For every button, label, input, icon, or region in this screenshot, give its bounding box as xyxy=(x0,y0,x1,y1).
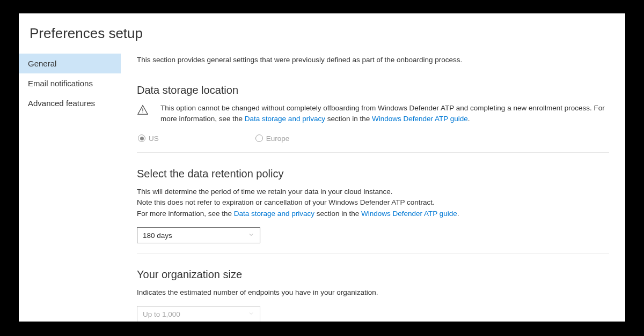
sidebar-item-general[interactable]: General xyxy=(19,54,121,73)
radio-option-us: US xyxy=(138,135,159,143)
chevron-down-icon xyxy=(248,310,254,318)
radio-option-europe: Europe xyxy=(255,135,290,143)
link-defender-atp-guide-2[interactable]: Windows Defender ATP guide xyxy=(361,210,457,218)
link-defender-atp-guide[interactable]: Windows Defender ATP guide xyxy=(372,115,468,123)
retention-line3-mid: section in the xyxy=(314,210,361,218)
sidebar: General Email notifications Advanced fea… xyxy=(19,54,121,322)
content-area: General Email notifications Advanced fea… xyxy=(19,54,625,322)
radio-europe xyxy=(255,135,263,142)
storage-radio-group: US Europe xyxy=(138,135,609,143)
warning-icon xyxy=(137,103,149,125)
retention-line2: Note this does not refer to expiration o… xyxy=(137,198,435,206)
divider xyxy=(137,152,609,153)
main-panel: This section provides general settings t… xyxy=(121,54,625,322)
retention-line3-pre: For more information, see the xyxy=(137,210,234,218)
retention-body: This will determine the period of time w… xyxy=(137,186,609,220)
radio-us-label: US xyxy=(149,135,159,143)
link-data-storage-privacy-2[interactable]: Data storage and privacy xyxy=(234,210,314,218)
storage-warning-post: . xyxy=(468,115,470,123)
sidebar-item-email-notifications[interactable]: Email notifications xyxy=(19,73,121,93)
retention-line3-post: . xyxy=(457,210,459,218)
link-data-storage-privacy[interactable]: Data storage and privacy xyxy=(245,115,325,123)
orgsize-heading: Your organization size xyxy=(137,268,609,281)
preferences-window: Preferences setup General Email notifica… xyxy=(19,13,625,322)
orgsize-select-value: Up to 1,000 xyxy=(143,310,180,318)
retention-heading: Select the data retention policy xyxy=(137,168,609,180)
retention-line1: This will determine the period of time w… xyxy=(137,188,393,196)
orgsize-select: Up to 1,000 xyxy=(137,306,260,322)
retention-select[interactable]: 180 days xyxy=(137,227,260,243)
divider-2 xyxy=(137,253,609,253)
retention-select-value: 180 days xyxy=(143,232,172,240)
intro-text: This section provides general settings t… xyxy=(137,56,609,64)
radio-us xyxy=(138,135,145,142)
chevron-down-icon xyxy=(248,232,254,240)
storage-warning-mid: section in the xyxy=(325,115,372,123)
page-title: Preferences setup xyxy=(19,13,625,54)
storage-warning-text: This option cannot be changed without co… xyxy=(160,103,609,125)
sidebar-item-advanced-features[interactable]: Advanced features xyxy=(19,93,121,113)
radio-europe-label: Europe xyxy=(266,135,290,143)
storage-heading: Data storage location xyxy=(137,84,609,96)
storage-warning: This option cannot be changed without co… xyxy=(137,103,609,125)
svg-point-1 xyxy=(142,113,143,113)
orgsize-desc: Indicates the estimated number of endpoi… xyxy=(137,287,609,298)
